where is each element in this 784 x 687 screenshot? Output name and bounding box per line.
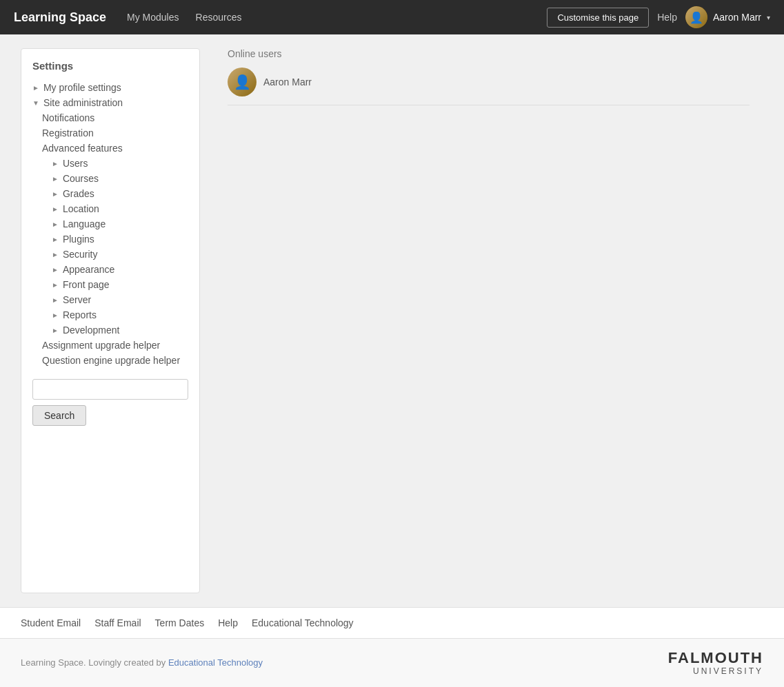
avatar-image: 👤 <box>685 6 707 28</box>
nav-resources[interactable]: Resources <box>196 12 242 23</box>
online-user-name: Aaron Marr <box>263 76 312 88</box>
header-right: Customise this page Help 👤 Aaron Marr ▾ <box>547 6 770 28</box>
appearance-arrow-icon: ► <box>52 266 59 274</box>
footer-bottom: Learning Space. Lovingly created by Educ… <box>0 638 784 687</box>
online-users-title: Online users <box>228 48 750 59</box>
sidebar-item-language[interactable]: ► Language <box>32 216 188 232</box>
online-users-panel: Online users 👤 Aaron Marr <box>214 48 763 593</box>
sidebar-item-notifications[interactable]: Notifications <box>32 110 188 125</box>
sidebar-item-security[interactable]: ► Security <box>32 247 188 262</box>
sidebar-item-users[interactable]: ► Users <box>32 156 188 171</box>
sidebar-item-my-profile-settings[interactable]: ► My profile settings <box>32 80 188 95</box>
sidebar-item-reports[interactable]: ► Reports <box>32 307 188 322</box>
collapsed-arrow-icon: ► <box>32 84 39 92</box>
sidebar-item-server[interactable]: ► Server <box>32 292 188 307</box>
sidebar-item-assignment-upgrade-helper[interactable]: Assignment upgrade helper <box>32 338 188 353</box>
sidebar-item-advanced-features[interactable]: Advanced features <box>32 141 188 156</box>
reports-arrow-icon: ► <box>52 311 59 319</box>
falmouth-subtitle: UNIVERSITY <box>668 666 763 676</box>
header: Learning Space My Modules Resources Cust… <box>0 0 784 34</box>
location-arrow-icon: ► <box>52 205 59 213</box>
sidebar-item-appearance[interactable]: ► Appearance <box>32 262 188 277</box>
grades-arrow-icon: ► <box>52 190 59 198</box>
nav-my-modules[interactable]: My Modules <box>127 12 179 23</box>
courses-arrow-icon: ► <box>52 175 59 183</box>
main-content: Settings ► My profile settings ▼ Site ad… <box>0 34 784 607</box>
users-arrow-icon: ► <box>52 160 59 167</box>
search-input[interactable] <box>32 379 188 400</box>
footer-credit: Learning Space. Lovingly created by Educ… <box>21 657 263 668</box>
online-users-divider <box>228 105 750 105</box>
sidebar-item-development[interactable]: ► Development <box>32 322 188 338</box>
user-menu[interactable]: 👤 Aaron Marr ▾ <box>685 6 770 28</box>
footer-student-email[interactable]: Student Email <box>21 617 81 628</box>
sidebar-item-courses[interactable]: ► Courses <box>32 171 188 186</box>
search-button[interactable]: Search <box>32 405 86 426</box>
falmouth-logo: FALMOUTH UNIVERSITY <box>668 650 763 676</box>
footer-credit-link[interactable]: Educational Technology <box>168 657 263 668</box>
site-logo[interactable]: Learning Space <box>14 10 106 25</box>
sidebar-item-site-administration[interactable]: ▼ Site administration <box>32 95 188 110</box>
development-arrow-icon: ► <box>52 327 59 334</box>
sidebar: Settings ► My profile settings ▼ Site ad… <box>21 48 200 593</box>
customise-button[interactable]: Customise this page <box>547 8 649 28</box>
footer-term-dates[interactable]: Term Dates <box>155 617 205 628</box>
sidebar-item-plugins[interactable]: ► Plugins <box>32 232 188 247</box>
footer-staff-email[interactable]: Staff Email <box>94 617 141 628</box>
falmouth-name: FALMOUTH <box>668 650 763 666</box>
sidebar-title: Settings <box>32 60 188 72</box>
user-name-label: Aaron Marr <box>713 12 761 23</box>
online-user-avatar: 👤 <box>228 68 257 96</box>
plugins-arrow-icon: ► <box>52 236 59 243</box>
online-user-entry: 👤 Aaron Marr <box>228 68 750 96</box>
footer-help[interactable]: Help <box>218 617 238 628</box>
sidebar-item-question-engine-upgrade-helper[interactable]: Question engine upgrade helper <box>32 353 188 368</box>
chevron-down-icon: ▾ <box>767 14 770 21</box>
front-page-arrow-icon: ► <box>52 281 59 289</box>
footer-educational-technology[interactable]: Educational Technology <box>252 617 354 628</box>
sidebar-item-location[interactable]: ► Location <box>32 201 188 216</box>
sidebar-item-front-page[interactable]: ► Front page <box>32 277 188 292</box>
sidebar-item-registration[interactable]: Registration <box>32 125 188 141</box>
server-arrow-icon: ► <box>52 296 59 304</box>
avatar: 👤 <box>685 6 707 28</box>
language-arrow-icon: ► <box>52 221 59 228</box>
security-arrow-icon: ► <box>52 251 59 258</box>
main-nav: My Modules Resources <box>127 12 526 23</box>
help-link[interactable]: Help <box>657 12 677 23</box>
expanded-arrow-icon: ▼ <box>32 99 39 107</box>
footer-links: Student Email Staff Email Term Dates Hel… <box>0 607 784 638</box>
sidebar-item-grades[interactable]: ► Grades <box>32 186 188 201</box>
